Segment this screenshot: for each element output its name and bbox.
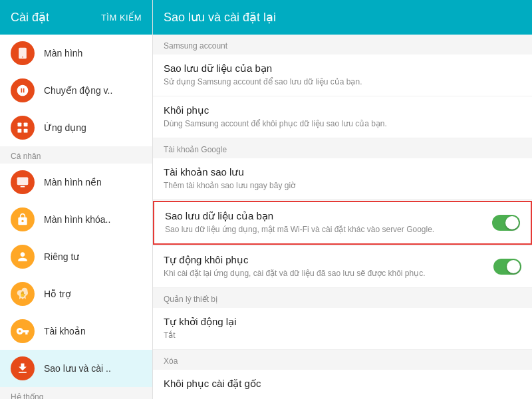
sidebar-title: Cài đặt (11, 10, 49, 25)
svg-rect-2 (18, 123, 22, 127)
sao-luu-google-title: Sao lưu dữ liệu của bạn (165, 210, 485, 222)
tu-dong-khoi-phuc-toggle[interactable] (493, 259, 521, 275)
tu-khoi-dong-lai-desc: Tắt (164, 330, 521, 341)
sao-luu-samsung-item[interactable]: Sao lưu dữ liệu của bạn Sử dụng Samsung … (153, 55, 532, 96)
tu-dong-khoi-phuc-desc: Khi cài đặt lại ứng dụng, cài đặt và dữ … (164, 268, 487, 279)
tai-khoan-icon (11, 319, 35, 343)
rieng-tu-icon (11, 245, 35, 269)
sidebar-item-man-hinh-khoa[interactable]: Màn hình khóa.. (0, 201, 152, 238)
sidebar-item-tai-khoan[interactable]: Tài khoản (0, 313, 152, 350)
tai-khoan-sao-luu-desc: Thêm tài khoản sao lưu ngay bây giờ (164, 180, 521, 192)
sidebar-header: Cài đặt TÌM KIẾM (0, 0, 152, 35)
khoi-phuc-desc: Dùng Samsung account để khôi phục dữ liệ… (164, 118, 521, 130)
sao-luu-google-desc: Sao lưu dữ liệu ứng dụng, mật mã Wi-Fi v… (165, 224, 485, 235)
tu-dong-khoi-phuc-title: Tự động khôi phục (164, 254, 487, 266)
sidebar-search-button[interactable]: TÌM KIẾM (101, 13, 142, 23)
sao-luu-google-item[interactable]: Sao lưu dữ liệu của bạn Sao lưu dữ liệu … (153, 201, 532, 245)
man-hinh-khoa-icon (11, 207, 35, 231)
samsung-account-label: Samsung account (153, 35, 532, 55)
ho-tro-icon: ✋ (11, 282, 35, 306)
sidebar-item-sao-luu[interactable]: Sao lưu và cài .. (0, 350, 152, 387)
svg-rect-5 (24, 129, 28, 133)
tai-khoan-sao-luu-title: Tài khoản sao lưu (164, 166, 521, 178)
sao-luu-label: Sao lưu và cài .. (44, 363, 111, 374)
chuyen-dong-label: Chuyển động v.. (44, 85, 112, 96)
sao-luu-samsung-title: Sao lưu dữ liệu của bạn (164, 63, 521, 74)
quan-ly-thiet-bi-label: Quản lý thiết bị (153, 288, 532, 308)
sidebar-item-rieng-tu[interactable]: Riêng tư (0, 238, 152, 275)
sidebar-item-ho-tro[interactable]: ✋ Hỗ trợ (0, 275, 152, 313)
sidebar: Cài đặt TÌM KIẾM Màn hình Chuyển động v.… (0, 0, 153, 399)
svg-point-1 (22, 57, 23, 58)
tu-khoi-dong-lai-title: Tự khởi động lại (164, 316, 521, 328)
content-panel: Sao lưu và cài đặt lại Samsung account S… (153, 0, 532, 399)
google-account-label: Tài khoản Google (153, 138, 532, 158)
content-title: Sao lưu và cài đặt lại (164, 10, 276, 25)
sidebar-scroll: Màn hình Chuyển động v.. Ứng dụng Cá nhâ… (0, 35, 152, 399)
tu-khoi-dong-lai-item[interactable]: Tự khởi động lại Tắt (153, 308, 532, 350)
chuyen-dong-icon (11, 78, 35, 102)
xoa-label: Xóa (153, 350, 532, 370)
khoi-phuc-title: Khôi phục (164, 104, 521, 116)
rieng-tu-label: Riêng tư (44, 251, 79, 262)
khoi-phuc-goc-title: Khôi phục cài đặt gốc (164, 378, 521, 390)
tai-khoan-sao-luu-item[interactable]: Tài khoản sao lưu Thêm tài khoản sao lưu… (153, 158, 532, 200)
ung-dung-icon (11, 116, 35, 140)
sidebar-item-man-hinh-nen[interactable]: Màn hình nền (0, 164, 152, 201)
man-hinh-nen-icon (11, 170, 35, 194)
ung-dung-label: Ứng dụng (44, 122, 86, 133)
svg-rect-4 (18, 129, 22, 133)
he-thong-section-label: Hệ thống (0, 387, 152, 399)
content-header: Sao lưu và cài đặt lại (153, 0, 532, 35)
svg-rect-7 (21, 186, 25, 188)
svg-rect-6 (17, 178, 29, 186)
tai-khoan-label: Tài khoản (44, 326, 86, 336)
sidebar-item-man-hinh[interactable]: Màn hình (0, 35, 152, 72)
sidebar-item-chuyen-dong[interactable]: Chuyển động v.. (0, 72, 152, 109)
khoi-phuc-item[interactable]: Khôi phục Dùng Samsung account để khôi p… (153, 96, 532, 138)
sidebar-item-ung-dung[interactable]: Ứng dụng (0, 109, 152, 146)
tu-dong-khoi-phuc-item[interactable]: Tự động khôi phục Khi cài đặt lại ứng dụ… (153, 246, 532, 288)
ca-nhan-section-label: Cá nhân (0, 146, 152, 164)
sao-luu-icon (11, 356, 35, 380)
khoi-phuc-goc-item[interactable]: Khôi phục cài đặt gốc (153, 370, 532, 399)
ho-tro-label: Hỗ trợ (44, 289, 71, 299)
man-hinh-khoa-label: Màn hình khóa.. (44, 214, 110, 225)
sao-luu-samsung-desc: Sử dụng Samsung account để sao lưu dữ li… (164, 76, 521, 88)
man-hinh-icon (11, 41, 35, 65)
sao-luu-google-toggle[interactable] (492, 215, 520, 231)
svg-text:✋: ✋ (19, 291, 27, 298)
man-hinh-label: Màn hình (44, 48, 82, 59)
svg-rect-3 (24, 123, 28, 127)
man-hinh-nen-label: Màn hình nền (44, 177, 102, 188)
